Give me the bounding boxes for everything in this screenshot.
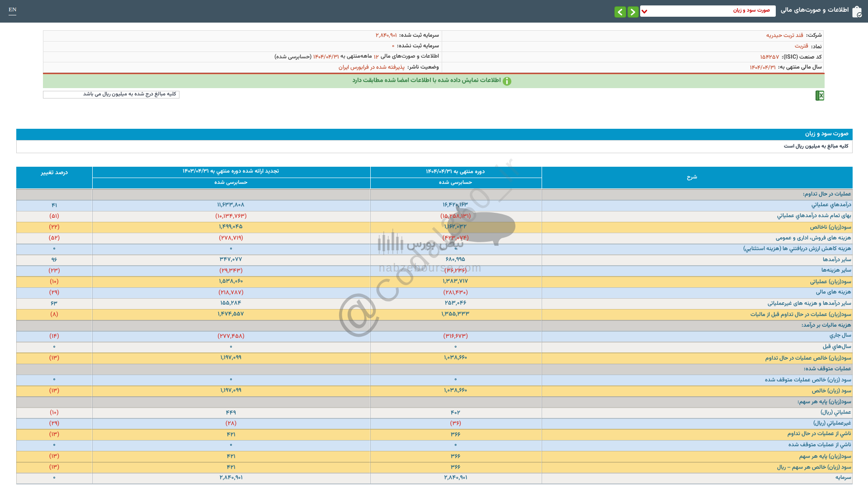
svg-text:nabzebourse.com: nabzebourse.com — [379, 261, 482, 274]
